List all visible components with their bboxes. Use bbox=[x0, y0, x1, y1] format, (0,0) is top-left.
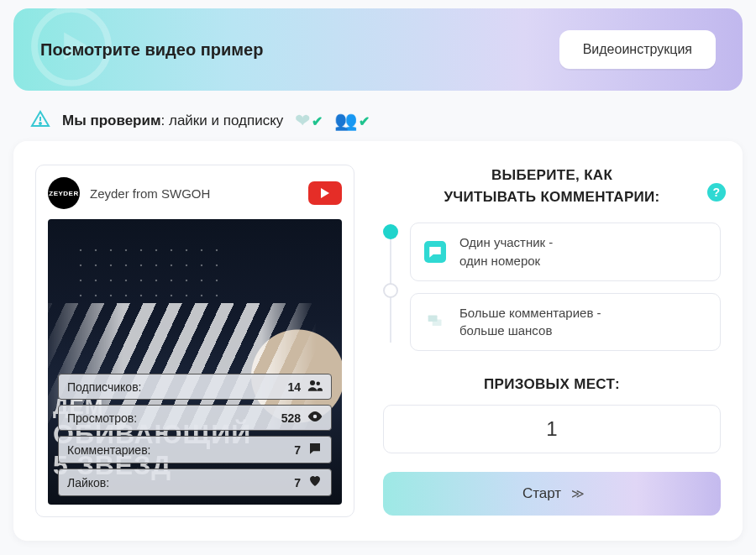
option-label: Больше комментариев - больше шансов bbox=[459, 304, 601, 341]
comments-mode-heading: ВЫБЕРИТЕ, КАК УЧИТЫВАТЬ КОММЕНТАРИИ: ? bbox=[383, 165, 721, 207]
comment-icon bbox=[307, 442, 323, 458]
main-card: ZEYDER Zeyder from SWGOH ДЕМ ОБИВАЮЩИЙ 5… bbox=[13, 141, 743, 541]
stat-value: 7 bbox=[294, 476, 301, 490]
youtube-icon bbox=[308, 181, 342, 205]
stats-box: Подписчиков: 14 Просмотров: 528 bbox=[58, 374, 332, 496]
stat-subscribers: Подписчиков: 14 bbox=[58, 374, 332, 400]
prize-places-input[interactable] bbox=[383, 405, 721, 453]
stat-value: 14 bbox=[287, 380, 301, 394]
stat-value: 528 bbox=[281, 411, 301, 425]
start-button[interactable]: Старт ≫ bbox=[383, 472, 721, 516]
verify-bar: Мы проверим: лайки и подписку ❤✔ 👥✔ bbox=[13, 91, 743, 141]
avatar: ZEYDER bbox=[48, 177, 80, 209]
comments-icon bbox=[424, 311, 446, 332]
option-node bbox=[383, 283, 398, 298]
verify-text: Мы проверим: лайки и подписку bbox=[62, 113, 283, 129]
option-label: Один участник - один номерок bbox=[459, 233, 553, 270]
comment-mode-options: Один участник - один номерок Больше комм… bbox=[383, 223, 721, 351]
verify-subs-icon: 👥✔ bbox=[334, 110, 370, 132]
option-one-per-user[interactable]: Один участник - один номерок bbox=[410, 223, 721, 281]
svg-rect-8 bbox=[433, 320, 442, 327]
video-thumbnail[interactable]: ДЕМ ОБИВАЮЩИЙ 5 ЗВЕЗД Подписчиков: 14 bbox=[48, 219, 342, 505]
comment-icon bbox=[424, 241, 446, 263]
help-icon[interactable]: ? bbox=[707, 183, 726, 202]
video-instruction-button[interactable]: Видеоинструкция bbox=[559, 30, 716, 69]
verify-likes-icon: ❤✔ bbox=[295, 110, 323, 132]
option-more-comments[interactable]: Больше комментариев - больше шансов bbox=[410, 293, 721, 352]
eye-icon bbox=[307, 411, 323, 425]
channel-name: Zeyder from SWGOH bbox=[90, 186, 298, 201]
stat-views: Просмотров: 528 bbox=[58, 405, 332, 431]
stat-likes: Лайков: 7 bbox=[58, 469, 332, 496]
settings-column: ВЫБЕРИТЕ, КАК УЧИТЫВАТЬ КОММЕНТАРИИ: ? О… bbox=[383, 165, 721, 517]
svg-point-4 bbox=[310, 380, 315, 385]
video-example-banner: Посмотрите видео пример Видеоинструкция bbox=[13, 8, 743, 91]
banner-title: Посмотрите видео пример bbox=[40, 40, 263, 60]
svg-point-5 bbox=[317, 382, 321, 386]
stat-comments: Комментариев: 7 bbox=[58, 436, 332, 463]
prize-places-heading: ПРИЗОВЫХ МЕСТ: bbox=[383, 376, 721, 393]
heart-icon bbox=[307, 474, 323, 490]
start-label: Старт bbox=[522, 485, 561, 502]
svg-point-3 bbox=[39, 123, 41, 124]
warning-icon bbox=[30, 109, 50, 133]
svg-point-6 bbox=[313, 415, 318, 419]
users-icon bbox=[307, 380, 323, 394]
stat-label: Подписчиков: bbox=[67, 380, 141, 394]
channel-header: ZEYDER Zeyder from SWGOH bbox=[48, 177, 342, 209]
stat-value: 7 bbox=[294, 443, 301, 457]
stat-label: Лайков: bbox=[67, 476, 109, 490]
chevron-right-icon: ≫ bbox=[571, 486, 581, 501]
stat-label: Просмотров: bbox=[67, 411, 137, 425]
video-preview-card: ZEYDER Zeyder from SWGOH ДЕМ ОБИВАЮЩИЙ 5… bbox=[35, 165, 354, 517]
stat-label: Комментариев: bbox=[67, 443, 150, 457]
option-node-selected bbox=[383, 224, 398, 239]
